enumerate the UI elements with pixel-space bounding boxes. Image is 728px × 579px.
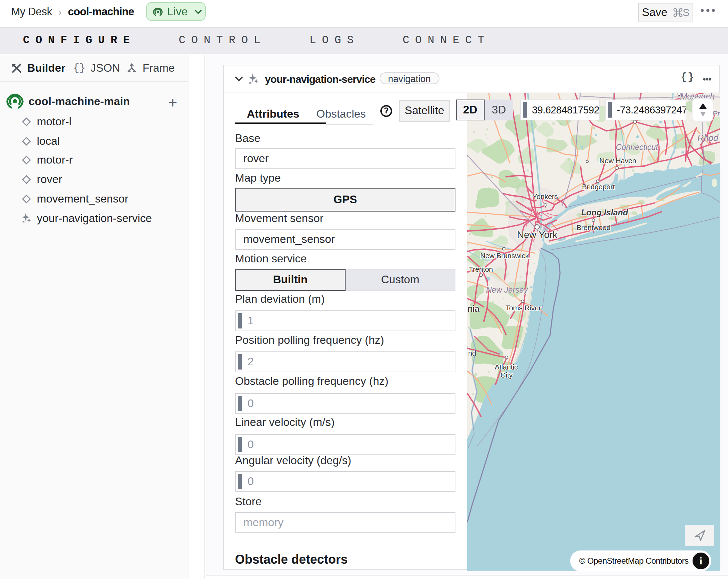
svg-text:New Jersey: New Jersey <box>486 285 528 294</box>
svg-text:City: City <box>501 371 513 379</box>
svg-text:nd: nd <box>468 349 476 357</box>
svg-text:New York: New York <box>517 229 558 240</box>
svg-text:Long Island: Long Island <box>581 208 629 217</box>
svg-text:Brentwood: Brentwood <box>576 223 610 231</box>
svg-text:nia: nia <box>468 303 480 314</box>
svg-text:Rhod: Rhod <box>697 133 719 143</box>
svg-text:Trenton: Trenton <box>469 265 493 273</box>
svg-text:Toms River: Toms River <box>505 304 541 312</box>
svg-text:Atlantic: Atlantic <box>495 363 518 371</box>
svg-text:Pro: Pro <box>712 109 720 118</box>
svg-text:New Brunswick: New Brunswick <box>480 252 529 260</box>
svg-text:Connecticut: Connecticut <box>616 143 658 152</box>
svg-text:Yonkers: Yonkers <box>532 192 558 200</box>
svg-text:New Haven: New Haven <box>599 157 636 165</box>
svg-text:Bridgeport: Bridgeport <box>582 183 615 191</box>
